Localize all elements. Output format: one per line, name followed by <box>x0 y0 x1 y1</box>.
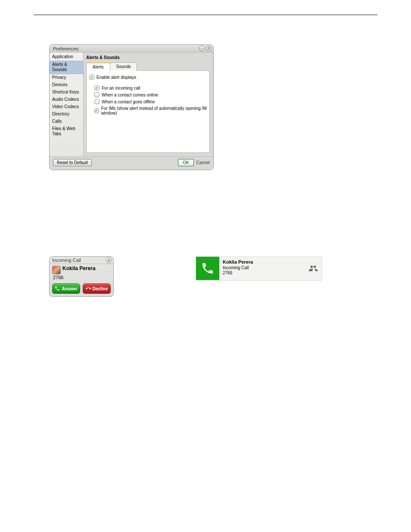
incoming-call-alert-mac: Incoming Call ✕ Kokila Perera 2766 Answe… <box>49 256 114 297</box>
caller-name: Kokila Perera <box>62 266 96 271</box>
tab-page-alerts: Enable alert displays For an incoming ca… <box>86 70 210 153</box>
caller-number: 2766 <box>53 275 111 280</box>
checkbox-enable-alerts[interactable] <box>89 75 94 80</box>
answer-button[interactable]: Answer <box>52 283 80 294</box>
sidebar-item-alerts-sounds[interactable]: Alerts & Sounds <box>50 61 83 74</box>
preferences-sidebar: Application Alerts & Sounds Privacy Devi… <box>50 53 84 156</box>
label-enable-alerts: Enable alert displays <box>97 75 136 80</box>
close-button[interactable]: ✕ <box>206 46 212 51</box>
answer-label: Answer <box>62 286 77 291</box>
minimize-button[interactable]: – <box>199 46 205 51</box>
sidebar-item-application[interactable]: Application <box>50 53 83 61</box>
label-incoming-call: For an incoming call <box>102 86 140 90</box>
decline-button[interactable]: Decline <box>83 283 111 294</box>
reset-to-default-button[interactable]: Reset to Default <box>53 159 92 166</box>
sidebar-item-shortcut-keys[interactable]: Shortcut Keys <box>50 89 83 96</box>
caller-name: Kokila Perera <box>223 259 301 264</box>
ok-button[interactable]: OK <box>178 159 193 166</box>
sidebar-item-audio-codecs[interactable]: Audio Codecs <box>50 96 83 103</box>
phone-icon <box>201 261 215 275</box>
mac-alert-title: Incoming Call <box>52 258 81 263</box>
sidebar-item-directory[interactable]: Directory <box>50 111 83 118</box>
content-heading: Alerts & Sounds <box>86 55 210 60</box>
close-icon[interactable]: ✕ <box>106 257 112 263</box>
checkbox-contact-online[interactable] <box>94 92 100 97</box>
sidebar-item-files-web-tabs[interactable]: Files & Web Tabs <box>50 125 83 138</box>
label-contact-online: When a contact comes online <box>102 93 158 97</box>
people-icon[interactable] <box>308 264 318 273</box>
sidebar-item-privacy[interactable]: Privacy <box>50 74 83 81</box>
caller-number: 2766 <box>223 271 301 275</box>
preferences-window: Preferences – ✕ Application Alerts & Sou… <box>49 44 214 170</box>
window-title: Preferences <box>53 46 78 51</box>
call-status: Incoming Call <box>223 265 301 270</box>
tab-alerts[interactable]: Alerts <box>86 62 110 71</box>
checkbox-ims[interactable] <box>94 108 99 113</box>
label-contact-offline: When a contact goes offline <box>102 100 155 104</box>
cancel-button[interactable]: Cancel <box>196 160 210 165</box>
phone-tile-icon <box>196 257 219 280</box>
mac-alert-titlebar: Incoming Call ✕ <box>50 257 113 264</box>
preferences-titlebar: Preferences – ✕ <box>50 45 213 53</box>
label-ims: For IMs (show alert instead of automatic… <box>101 106 207 115</box>
phone-icon <box>55 286 60 291</box>
phone-down-icon <box>84 285 92 292</box>
sidebar-item-devices[interactable]: Devices <box>50 81 83 89</box>
sidebar-item-calls[interactable]: Calls <box>50 118 83 125</box>
checkbox-contact-offline[interactable] <box>94 99 100 104</box>
decline-label: Decline <box>93 286 108 291</box>
tab-sounds[interactable]: Sounds <box>110 62 137 71</box>
avatar <box>52 266 61 274</box>
top-rule <box>34 15 377 15</box>
incoming-call-alert-win: Kokila Perera Incoming Call 2766 <box>196 256 322 280</box>
checkbox-incoming-call[interactable] <box>94 85 100 90</box>
sidebar-item-video-codecs[interactable]: Video Codecs <box>50 103 83 111</box>
